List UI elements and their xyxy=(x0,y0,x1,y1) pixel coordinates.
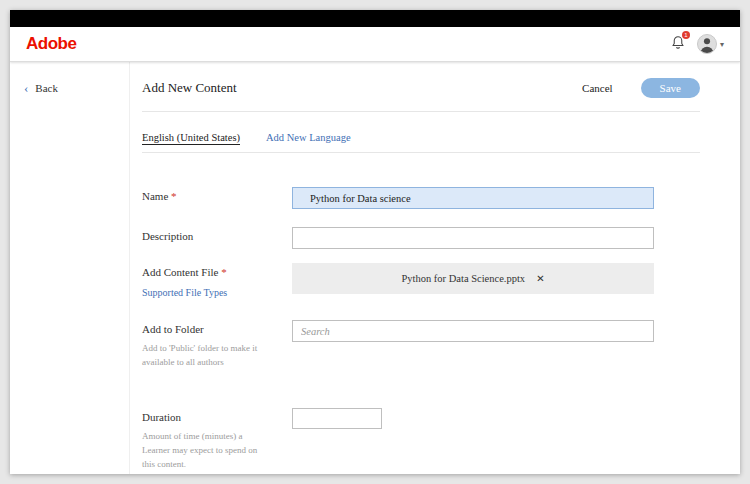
content-body: ‹ Back Add New Content Cancel Save Engli… xyxy=(10,62,740,474)
chevron-down-icon: ▾ xyxy=(720,40,724,49)
avatar xyxy=(697,34,717,54)
required-mark: * xyxy=(221,266,227,278)
duration-input[interactable] xyxy=(292,408,382,429)
save-button[interactable]: Save xyxy=(641,78,700,98)
page-title: Add New Content xyxy=(142,80,237,96)
app-window: Adobe 1 ▾ xyxy=(10,10,740,474)
description-row: Description xyxy=(142,227,700,249)
sidebar: ‹ Back xyxy=(10,62,130,474)
main-panel: Add New Content Cancel Save English (Uni… xyxy=(130,62,740,474)
required-mark: * xyxy=(171,190,177,202)
tab-english-united-states[interactable]: English (United States) xyxy=(142,132,240,143)
adobe-logo[interactable]: Adobe xyxy=(26,34,76,54)
page-header: Add New Content Cancel Save xyxy=(142,62,700,112)
back-label: Back xyxy=(35,82,58,94)
content-file-label: Add Content File * xyxy=(142,263,266,278)
app-header: Adobe 1 ▾ xyxy=(10,27,740,62)
folder-label: Add to Folder xyxy=(142,320,266,335)
language-tabs: English (United States) Add New Language xyxy=(142,132,700,153)
back-button[interactable]: ‹ Back xyxy=(24,82,115,94)
back-chevron-icon: ‹ xyxy=(24,83,28,93)
name-row: Name * xyxy=(142,187,700,209)
content-file-row: Add Content File * Supported File Types … xyxy=(142,263,700,298)
header-actions: 1 ▾ xyxy=(671,34,724,54)
folder-row: Add to Folder Add to 'Public' folder to … xyxy=(142,320,700,370)
uploaded-file-name: Python for Data Science.pptx xyxy=(401,273,525,284)
notifications-button[interactable]: 1 xyxy=(671,35,685,54)
description-label: Description xyxy=(142,227,266,242)
duration-row: Duration Amount of time (minutes) a Lear… xyxy=(142,408,700,472)
tab-add-new-language[interactable]: Add New Language xyxy=(266,132,351,143)
description-input[interactable] xyxy=(292,227,654,249)
remove-file-icon[interactable]: ✕ xyxy=(536,273,544,284)
name-input[interactable] xyxy=(292,187,654,209)
add-content-form: Name * Description xyxy=(142,187,700,474)
name-label: Name * xyxy=(142,187,266,202)
folder-search-input[interactable] xyxy=(292,320,654,342)
top-black-bar xyxy=(10,10,740,27)
cancel-button[interactable]: Cancel xyxy=(582,82,613,94)
uploaded-file-chip: Python for Data Science.pptx ✕ xyxy=(292,263,654,294)
folder-helper-text: Add to 'Public' folder to make it availa… xyxy=(142,342,266,370)
duration-helper-text: Amount of time (minutes) a Learner may e… xyxy=(142,430,266,472)
notification-badge: 1 xyxy=(682,31,690,39)
user-menu[interactable]: ▾ xyxy=(697,34,724,54)
supported-file-types-link[interactable]: Supported File Types xyxy=(142,287,266,298)
duration-label: Duration xyxy=(142,408,266,423)
